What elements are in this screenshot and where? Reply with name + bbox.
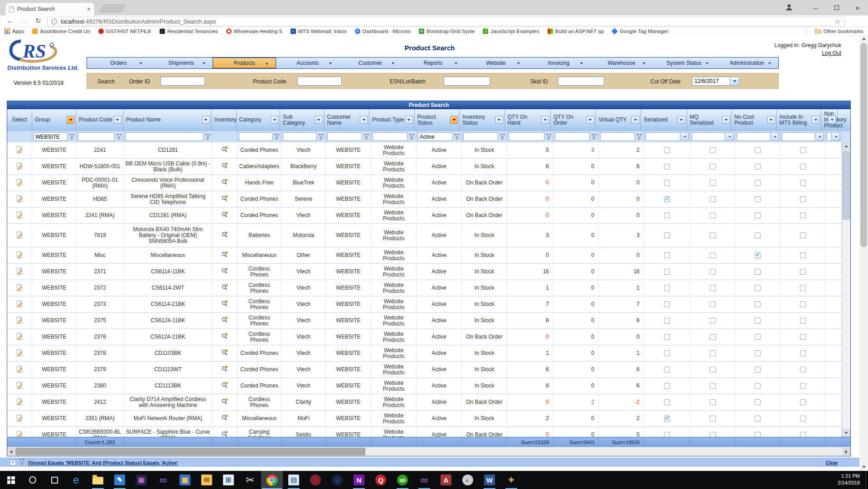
column-filter-button-sub[interactable] (315, 116, 323, 124)
log-out-link[interactable]: Log Out (822, 50, 841, 56)
grid-horizontal-scrollbar[interactable] (7, 447, 850, 456)
nav-item-accounts[interactable]: Accounts (276, 58, 339, 68)
grid-vertical-scrollbar[interactable] (842, 142, 850, 437)
nav-item-system-status[interactable]: System Status (653, 58, 715, 68)
filter-select-no_cost[interactable] (737, 132, 771, 141)
bookmark-item[interactable]: Assiniboine Credit Un (32, 29, 90, 34)
edit-row-button[interactable] (16, 431, 24, 437)
column-header-order[interactable]: QTY On Order (551, 109, 596, 131)
nav-item-website[interactable]: Website (465, 58, 527, 68)
inventory-lookup-icon[interactable] (221, 365, 228, 374)
filter-input-sub[interactable] (283, 132, 317, 141)
column-filter-button-status[interactable] (450, 116, 458, 124)
chevron-down-icon[interactable] (681, 132, 689, 141)
forward-button[interactable]: → (21, 17, 28, 25)
edit-row-button[interactable] (16, 349, 24, 358)
chevron-down-icon[interactable] (771, 132, 779, 141)
column-header-customer[interactable]: Customer Name (325, 109, 370, 131)
column-filter-button-category[interactable] (271, 116, 278, 124)
minimize-button[interactable]: – (805, 0, 826, 15)
column-header-mq[interactable]: MQ Serialized (687, 109, 732, 131)
column-filter-button-inv_status[interactable] (495, 116, 503, 124)
column-header-sub[interactable]: Sub Category (280, 109, 325, 131)
inventory-lookup-icon[interactable] (221, 162, 228, 171)
inventory-lookup-icon[interactable] (221, 179, 228, 187)
column-header-select[interactable]: Select (7, 109, 32, 131)
edit-row-button[interactable] (16, 316, 24, 325)
bookmark-item[interactable]: Build an ASP.NET ap (548, 29, 604, 34)
edit-row-button[interactable] (16, 179, 24, 188)
taskbar-icon-quicken[interactable]: Q (370, 471, 392, 489)
column-filter-button-mq[interactable] (722, 116, 730, 124)
edit-row-button[interactable] (16, 162, 24, 171)
filter-funnel-icon[interactable] (363, 133, 369, 140)
taskbar-clock[interactable]: 1:21 PM2/14/2018 (838, 471, 865, 489)
taskbar-icon-edge[interactable]: e (65, 471, 87, 489)
column-header-mts[interactable]: Include In MTS Billing (777, 109, 822, 131)
filter-funnel-icon[interactable] (318, 133, 324, 140)
filter-input-category[interactable] (239, 132, 272, 141)
reload-button[interactable]: ↻ (35, 17, 41, 25)
filter-input-inv_status[interactable] (463, 132, 498, 141)
column-header-status[interactable]: Product Status (415, 109, 460, 131)
column-header-virtual[interactable]: Virtual QTY (596, 109, 641, 131)
nav-item-administration[interactable]: Administration (716, 58, 778, 68)
close-button[interactable]: × (847, 0, 868, 15)
edit-row-button[interactable] (16, 251, 24, 260)
inventory-lookup-icon[interactable] (221, 398, 228, 407)
cut-off-date-value[interactable] (692, 77, 730, 86)
taskbar-icon-red-browser[interactable] (305, 471, 326, 489)
skid-id-input[interactable] (558, 77, 604, 86)
taskbar-icon-store[interactable]: ⊞ (218, 471, 239, 489)
chevron-down-icon[interactable] (730, 77, 739, 86)
filter-select-mq[interactable] (692, 132, 725, 141)
nav-item-shipments[interactable]: Shipments (150, 58, 212, 68)
edit-row-button[interactable] (16, 211, 24, 220)
bookmark-item[interactable]: JJavaScript Examples (483, 29, 539, 34)
inventory-lookup-icon[interactable] (221, 195, 228, 203)
filter-enabled-checkbox[interactable] (10, 460, 16, 465)
edit-row-button[interactable] (16, 284, 24, 293)
edit-row-button[interactable] (16, 231, 24, 240)
taskbar-icon-start[interactable] (0, 471, 22, 489)
chevron-down-icon[interactable] (816, 132, 824, 141)
scroll-right-icon[interactable] (843, 448, 850, 455)
inventory-lookup-icon[interactable] (221, 146, 228, 155)
scroll-up-icon[interactable] (842, 142, 850, 150)
edit-row-button[interactable] (16, 146, 24, 155)
filter-funnel-icon[interactable] (68, 133, 75, 140)
scroll-left-icon[interactable] (7, 448, 15, 455)
nav-item-reports[interactable]: Reports (402, 58, 464, 68)
bookmark-item[interactable]: GST/HST NETFILE (98, 29, 151, 34)
inventory-lookup-icon[interactable] (221, 284, 228, 292)
column-header-non_inv[interactable]: Non Inventory Product (821, 109, 838, 131)
new-tab-button[interactable] (98, 4, 126, 13)
taskbar-icon-onenote[interactable]: N (348, 471, 370, 489)
edit-row-button[interactable] (16, 267, 24, 276)
horizontal-scroll-thumb[interactable] (15, 448, 365, 455)
order-id-input[interactable] (160, 77, 205, 86)
column-filter-button-virtual[interactable] (631, 116, 639, 124)
bookmark-item[interactable]: Residential Tenancies (160, 29, 218, 34)
taskbar-icon-access[interactable]: A (435, 471, 457, 489)
inventory-lookup-icon[interactable] (221, 431, 228, 437)
inventory-lookup-icon[interactable] (221, 349, 228, 358)
nav-item-orders[interactable]: Orders (87, 58, 150, 68)
taskbar-icon-art-app[interactable]: ✦ (500, 471, 522, 489)
bookmark-item[interactable]: ADashboard - Microso (355, 29, 411, 34)
taskbar-icon-quickbooks[interactable]: qb (392, 471, 413, 489)
taskbar-icon-word[interactable]: W (479, 471, 500, 489)
other-bookmarks[interactable]: Other bookmarks (815, 28, 863, 34)
inventory-lookup-icon[interactable] (221, 231, 228, 240)
filter-funnel-icon[interactable] (273, 133, 280, 140)
filter-funnel-icon[interactable] (116, 133, 122, 140)
filter-input-customer[interactable] (327, 132, 362, 141)
address-bar[interactable]: i localhost :49276/RSDistributionAdmin/P… (47, 17, 845, 26)
chevron-down-icon[interactable] (726, 132, 733, 141)
column-filter-button-customer[interactable] (360, 116, 368, 124)
taskbar-icon-gimp[interactable]: ◐ (457, 471, 479, 489)
column-filter-button-serialized[interactable] (678, 116, 685, 124)
taskbar-icon-dark-ring-app[interactable]: ○ (326, 471, 348, 489)
column-filter-button-no_cost[interactable] (767, 116, 775, 124)
taskbar-icon-visual-studio[interactable]: ∞ (152, 471, 174, 489)
